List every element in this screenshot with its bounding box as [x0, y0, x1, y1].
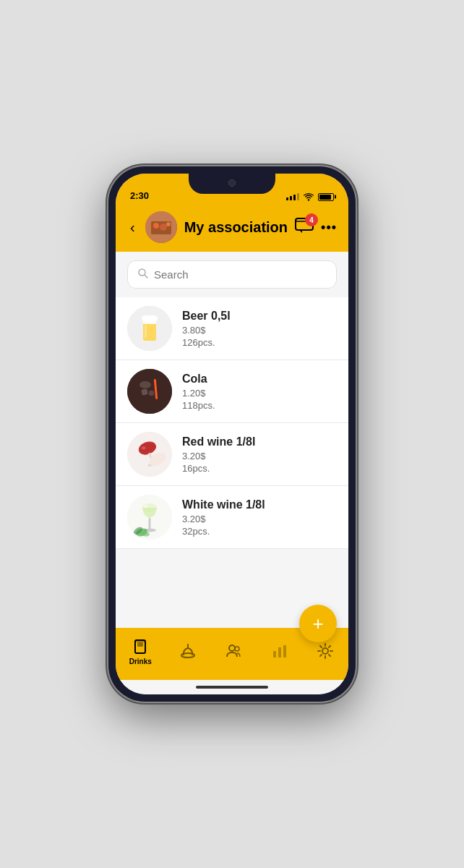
battery-icon	[318, 193, 334, 201]
svg-marker-8	[299, 230, 302, 233]
svg-point-16	[150, 315, 158, 321]
search-box	[127, 260, 337, 289]
list-item[interactable]: Red wine 1/8l 3.20$ 16pcs.	[116, 423, 348, 486]
nav-item-settings[interactable]	[307, 639, 343, 663]
svg-point-48	[322, 648, 328, 654]
svg-rect-39	[137, 642, 143, 647]
item-qty: 32pcs.	[182, 526, 337, 537]
item-name: Beer 0,5l	[182, 310, 337, 323]
item-qty: 126pcs.	[182, 337, 337, 348]
item-info: Red wine 1/8l 3.20$ 16pcs.	[182, 435, 337, 474]
nav-label-drinks: Drinks	[129, 658, 152, 665]
svg-rect-42	[187, 644, 189, 649]
svg-line-10	[145, 275, 147, 278]
signal-icon	[286, 193, 299, 200]
svg-rect-40	[135, 640, 145, 642]
item-image-cola	[127, 369, 172, 414]
search-icon	[138, 268, 148, 281]
status-icons	[286, 192, 334, 201]
nav-item-food[interactable]	[170, 639, 206, 663]
svg-point-15	[142, 315, 149, 321]
stats-icon	[270, 642, 289, 660]
notification-badge: 4	[305, 213, 318, 226]
avatar	[145, 211, 177, 243]
more-button[interactable]: •••	[321, 220, 337, 235]
item-qty: 16pcs.	[182, 463, 337, 474]
svg-rect-45	[273, 651, 276, 658]
svg-point-34	[145, 505, 148, 508]
item-image-redwine	[127, 432, 172, 477]
svg-point-28	[142, 446, 146, 449]
svg-rect-47	[283, 645, 286, 658]
svg-point-44	[235, 647, 239, 651]
svg-point-43	[229, 645, 235, 651]
svg-point-4	[160, 224, 167, 231]
svg-point-3	[153, 223, 159, 229]
search-input[interactable]	[154, 268, 326, 281]
header: ‹ My association	[116, 205, 348, 252]
item-image-whitewine	[127, 495, 172, 540]
items-list: Beer 0,5l 3.80$ 126pcs.	[116, 297, 348, 628]
svg-point-5	[166, 222, 171, 226]
svg-rect-46	[278, 647, 281, 658]
item-info: White wine 1/8l 3.20$ 32pcs.	[182, 498, 337, 537]
phone-screen: 2:30	[116, 174, 348, 694]
wifi-icon	[303, 192, 314, 201]
nav-item-drinks[interactable]: Drinks	[121, 634, 160, 668]
nav-item-stats[interactable]	[262, 639, 298, 663]
nav-item-members[interactable]	[216, 639, 252, 663]
drinks-icon	[131, 637, 150, 655]
notch	[189, 174, 275, 194]
home-bar	[196, 686, 268, 689]
list-item[interactable]: Beer 0,5l 3.80$ 126pcs.	[116, 297, 348, 360]
header-actions: 4 •••	[295, 218, 337, 237]
svg-rect-21	[148, 391, 154, 396]
fab-container: +	[299, 605, 337, 642]
back-button[interactable]: ‹	[127, 218, 138, 237]
item-name: Cola	[182, 373, 337, 386]
camera	[228, 179, 236, 187]
search-container	[116, 252, 348, 297]
item-price: 3.20$	[182, 451, 337, 461]
list-item[interactable]: White wine 1/8l 3.20$ 32pcs.	[116, 486, 348, 549]
cola-visual	[127, 369, 172, 414]
avatar-image	[145, 211, 177, 243]
item-price: 1.20$	[182, 388, 337, 399]
add-button[interactable]: +	[299, 605, 337, 642]
svg-rect-32	[149, 518, 151, 529]
svg-rect-20	[141, 388, 147, 395]
notification-button[interactable]: 4	[295, 218, 314, 237]
settings-icon	[316, 642, 335, 660]
item-info: Beer 0,5l 3.80$ 126pcs.	[182, 310, 337, 348]
svg-point-19	[139, 381, 151, 388]
list-item[interactable]: Cola 1.20$ 118pcs.	[116, 360, 348, 423]
header-title: My association	[184, 219, 288, 236]
phone-frame: 2:30	[108, 166, 356, 702]
item-image-beer	[127, 306, 172, 351]
svg-point-0	[308, 199, 309, 200]
item-price: 3.80$	[182, 325, 337, 336]
status-time: 2:30	[130, 190, 149, 201]
food-icon	[179, 642, 197, 660]
members-icon	[225, 642, 244, 660]
home-indicator	[116, 680, 348, 694]
item-name: White wine 1/8l	[182, 498, 337, 511]
item-price: 3.20$	[182, 514, 337, 524]
item-name: Red wine 1/8l	[182, 435, 337, 448]
item-info: Cola 1.20$ 118pcs.	[182, 373, 337, 411]
svg-rect-17	[145, 325, 147, 338]
item-qty: 118pcs.	[182, 400, 337, 411]
